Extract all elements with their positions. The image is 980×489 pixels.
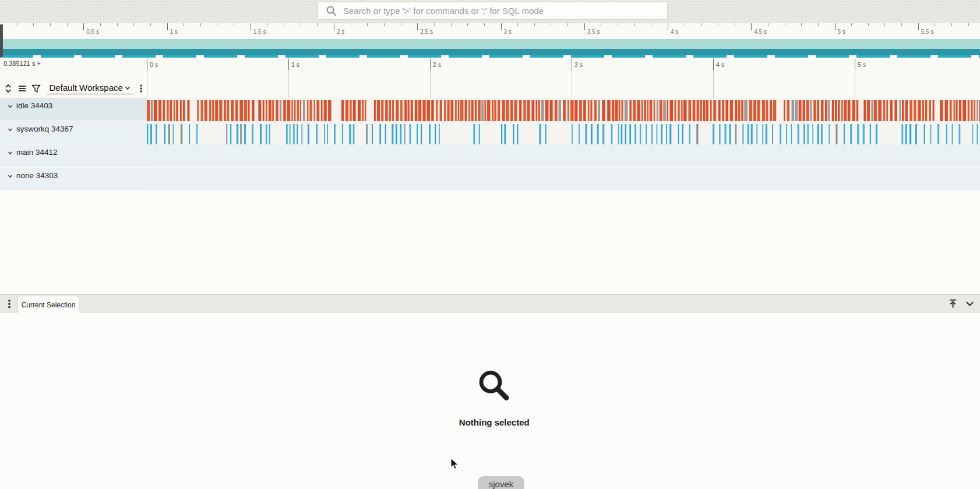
ruler-tick — [901, 23, 902, 26]
ruler-tick — [484, 23, 485, 26]
ruler-tick — [534, 23, 535, 26]
details-panel-content: Nothing selected — [0, 313, 980, 489]
workspace-menu-icon[interactable] — [135, 83, 147, 94]
ruler-tick — [785, 23, 785, 26]
ruler-tick — [267, 23, 267, 26]
ruler-tick — [351, 23, 351, 26]
overview-minimap[interactable] — [0, 39, 980, 58]
ruler-label: 4.5 s — [754, 29, 767, 35]
ruler-tick — [685, 23, 685, 26]
ruler-tick — [50, 23, 51, 26]
ruler-tick — [167, 23, 168, 30]
ruler-tick — [918, 23, 919, 30]
ruler-tick — [334, 23, 334, 30]
ruler-tick — [184, 23, 184, 26]
ruler-tick — [868, 23, 869, 26]
workspace-name: Default Workspace — [49, 83, 122, 93]
track-chevron-icon[interactable] — [7, 150, 13, 156]
ruler-tick — [417, 23, 418, 30]
track-name: idle 34403 — [16, 101, 52, 110]
track-name: main 34412 — [16, 148, 58, 157]
ruler-tick — [200, 23, 201, 26]
ruler-label: 5.5 s — [921, 29, 934, 35]
ruler-tick — [17, 23, 17, 26]
workspace-selector[interactable]: Default Workspace — [47, 82, 133, 94]
minimap-brush-handle[interactable] — [0, 24, 3, 57]
track-name: none 34303 — [16, 171, 58, 180]
magnifier-icon — [476, 367, 512, 403]
slice-canvas[interactable] — [147, 100, 980, 121]
ruler-tick — [501, 23, 502, 30]
ruler-tick — [668, 23, 668, 30]
track-canvas-cell[interactable] — [147, 168, 980, 191]
ruler-tick — [251, 23, 251, 30]
ruler-tick — [651, 23, 651, 26]
ruler-tick — [551, 23, 551, 26]
ruler-tick — [434, 23, 435, 26]
ruler-label: 0.5 s — [86, 29, 99, 35]
track-list: idle 34403sysworkq 34367main 34412none 3… — [0, 98, 980, 191]
track-name: sysworkq 34367 — [16, 125, 73, 133]
ruler-tick — [367, 23, 368, 26]
track-panel-header: Default Workspace — [2, 80, 147, 97]
ruler-tick — [133, 23, 134, 26]
ruler-tick — [601, 23, 601, 26]
ruler-tick — [284, 23, 284, 26]
chevron-down-icon — [124, 84, 132, 92]
track-row[interactable]: sysworkq 34367 — [0, 121, 980, 144]
track-label-cell[interactable]: idle 34403 — [0, 98, 147, 121]
track-row[interactable]: none 34303 — [0, 168, 980, 191]
ruler-tick — [451, 23, 452, 26]
ruler-tick — [584, 23, 585, 30]
track-label-cell[interactable]: sysworkq 34367 — [0, 121, 147, 144]
track-chevron-icon[interactable] — [7, 126, 13, 133]
viewport-ruler-band[interactable] — [0, 58, 980, 98]
search-icon — [326, 5, 337, 16]
track-chevron-icon[interactable] — [7, 103, 13, 109]
ruler-tick — [718, 23, 718, 26]
ruler-tick — [33, 23, 34, 26]
ruler-tick — [768, 23, 769, 26]
ruler-tick — [217, 23, 217, 26]
minimap-cpu-band-light — [0, 39, 980, 49]
timeline-empty-area — [0, 191, 980, 294]
track-canvas-cell[interactable] — [147, 98, 980, 121]
tab-menu-icon[interactable] — [5, 298, 13, 312]
filter-tracks-icon[interactable] — [30, 83, 43, 94]
ruler-tick — [301, 23, 301, 26]
ruler-label: 3 s — [504, 29, 512, 35]
search-input[interactable] — [343, 6, 667, 16]
ruler-tick — [801, 23, 802, 26]
nothing-selected-message: Nothing selected — [459, 417, 530, 427]
slice-canvas[interactable] — [147, 123, 980, 144]
ruler-tick — [751, 23, 752, 30]
track-label-cell[interactable]: none 34303 — [0, 168, 147, 191]
ruler-tick — [968, 23, 969, 26]
ruler-tick — [67, 23, 68, 26]
ruler-tick — [83, 23, 84, 30]
track-row[interactable]: main 34412 — [0, 144, 980, 168]
ruler-tick — [401, 23, 401, 26]
track-label-cell[interactable]: main 34412 — [0, 144, 147, 168]
top-bar — [0, 0, 980, 23]
sort-tracks-icon[interactable] — [16, 83, 29, 94]
ruler-tick — [234, 23, 234, 26]
unfold-tracks-icon[interactable] — [2, 83, 15, 94]
ruler-tick — [735, 23, 735, 26]
ruler-tick — [150, 23, 151, 26]
tab-label: Current Selection — [22, 301, 76, 309]
ruler-tick — [317, 23, 318, 26]
expand-panel-icon[interactable] — [947, 298, 958, 309]
ruler-tick — [517, 23, 518, 26]
collapse-panel-icon[interactable] — [964, 298, 975, 309]
toast-message: sjovek — [478, 476, 524, 489]
track-row[interactable]: idle 34403 — [0, 98, 980, 121]
ruler-tick — [384, 23, 385, 26]
tab-current-selection[interactable]: Current Selection — [17, 296, 79, 313]
track-chevron-icon[interactable] — [7, 173, 13, 179]
viewport-offset-label: 0.385121 s + — [3, 60, 41, 67]
omnibox[interactable] — [318, 2, 668, 20]
ruler-tick — [851, 23, 852, 26]
track-canvas-cell[interactable] — [147, 144, 980, 168]
track-canvas-cell[interactable] — [147, 121, 980, 144]
